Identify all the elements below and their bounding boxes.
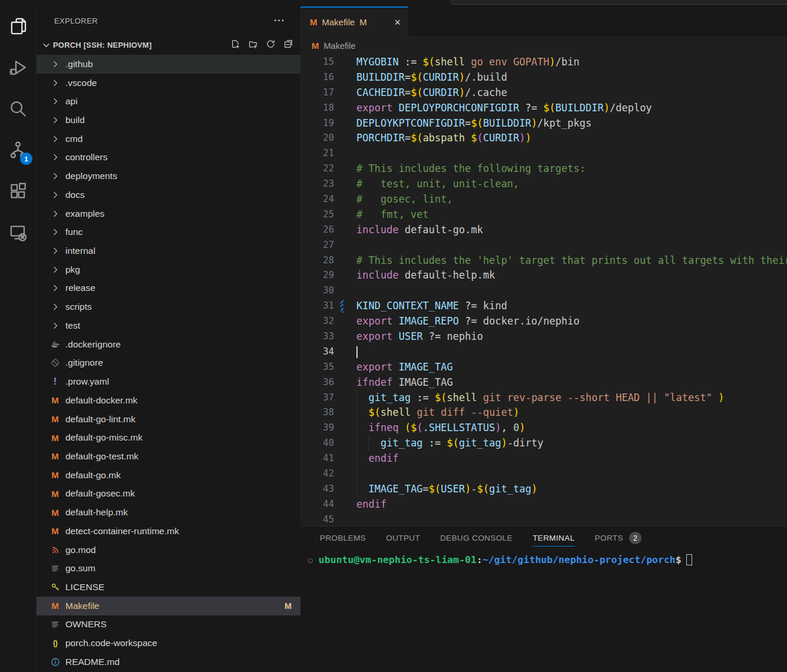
tree-item-README.md[interactable]: README.md bbox=[37, 653, 300, 671]
panel-tab-terminal[interactable]: TERMINAL bbox=[533, 531, 574, 547]
tree-item-.prow.yaml[interactable]: !.prow.yaml bbox=[37, 372, 300, 391]
panel-tab-debug-console[interactable]: DEBUG CONSOLE bbox=[440, 531, 512, 546]
code-line-21[interactable]: 21 bbox=[300, 146, 787, 161]
tree-item-release[interactable]: release bbox=[37, 279, 300, 298]
code-line-23[interactable]: 23# test, unit, unit-clean, bbox=[300, 177, 787, 192]
line-number[interactable]: 43 bbox=[300, 482, 334, 497]
tree-item-OWNERS[interactable]: OWNERS bbox=[37, 615, 300, 634]
tree-item-internal[interactable]: internal bbox=[37, 241, 300, 260]
tree-item-go.sum[interactable]: go.sum bbox=[37, 559, 300, 578]
tree-item-scripts[interactable]: scripts bbox=[37, 297, 300, 316]
tree-item-default-go.mk[interactable]: Mdefault-go.mk bbox=[37, 466, 300, 485]
code-line-31[interactable]: 31KIND_CONTEXT_NAME ?= kind bbox=[300, 299, 787, 314]
activity-item-source-control[interactable]: 1 bbox=[0, 130, 36, 171]
code-line-40[interactable]: 40 git_tag := $(git_tag)-dirty bbox=[300, 436, 787, 451]
tree-item-controllers[interactable]: controllers bbox=[37, 148, 300, 167]
tree-item-LICENSE[interactable]: LICENSE bbox=[37, 578, 300, 597]
code-line-44[interactable]: 44endif bbox=[300, 497, 787, 512]
code-line-22[interactable]: 22# This includes the following targets: bbox=[300, 161, 787, 177]
new-file-icon[interactable] bbox=[230, 39, 240, 51]
code-line-18[interactable]: 18export DEPLOYPORCHCONFIGDIR ?= $(BUILD… bbox=[300, 101, 787, 116]
line-number[interactable]: 39 bbox=[300, 421, 334, 436]
line-number[interactable]: 35 bbox=[300, 360, 334, 375]
tree-item-default-help.mk[interactable]: Mdefault-help.mk bbox=[37, 503, 300, 522]
code-line-33[interactable]: 33export USER ?= nephio bbox=[300, 329, 787, 345]
code-line-25[interactable]: 25# fmt, vet bbox=[300, 207, 787, 223]
tree-item-api[interactable]: api bbox=[37, 92, 300, 111]
more-actions-icon[interactable]: ··· bbox=[274, 15, 285, 26]
tree-item-test[interactable]: test bbox=[37, 316, 300, 335]
code-line-36[interactable]: 36ifndef IMAGE_TAG bbox=[300, 375, 787, 390]
tree-item-docs[interactable]: docs bbox=[37, 186, 300, 204]
line-number[interactable]: 20 bbox=[300, 131, 334, 146]
tree-item-go.mod[interactable]: go.mod bbox=[37, 541, 300, 560]
code-line-45[interactable]: 45 bbox=[300, 512, 787, 526]
line-number[interactable]: 26 bbox=[300, 223, 334, 238]
tree-item-deployments[interactable]: deployments bbox=[37, 167, 300, 186]
new-folder-icon[interactable] bbox=[248, 39, 258, 51]
line-number[interactable]: 30 bbox=[300, 283, 334, 299]
code-line-34[interactable]: 34 bbox=[300, 345, 787, 360]
code-line-20[interactable]: 20PORCHDIR=$(abspath $(CURDIR)) bbox=[300, 131, 787, 146]
code-line-38[interactable]: 38 $(shell git diff --quiet) bbox=[300, 405, 787, 421]
tree-item-Makefile[interactable]: MMakefileM bbox=[37, 597, 300, 615]
tree-item-.github[interactable]: .github bbox=[37, 55, 300, 74]
tree-item-default-go-lint.mk[interactable]: Mdefault-go-lint.mk bbox=[37, 410, 300, 429]
command-center[interactable] bbox=[451, 0, 787, 5]
code-line-37[interactable]: 37 git_tag := $(shell git rev-parse --sh… bbox=[300, 390, 787, 406]
tree-item-pkg[interactable]: pkg bbox=[37, 260, 300, 279]
line-number[interactable]: 28 bbox=[300, 253, 334, 269]
line-number[interactable]: 42 bbox=[300, 466, 334, 482]
line-number[interactable]: 40 bbox=[300, 436, 334, 451]
tree-item-cmd[interactable]: cmd bbox=[37, 130, 300, 148]
explorer-section-header[interactable]: PORCH [SSH: NEPHIOVM] bbox=[37, 35, 300, 55]
activity-item-explorer[interactable] bbox=[0, 6, 36, 48]
activity-item-remote-explorer[interactable] bbox=[0, 213, 36, 254]
line-number[interactable]: 25 bbox=[300, 207, 334, 223]
tree-item-.dockerignore[interactable]: .dockerignore bbox=[37, 335, 300, 354]
tree-item-default-gosec.mk[interactable]: Mdefault-gosec.mk bbox=[37, 485, 300, 504]
panel-tab-problems[interactable]: PROBLEMS bbox=[320, 531, 366, 546]
tree-item-build[interactable]: build bbox=[37, 111, 300, 130]
tree-item-.gitignore[interactable]: .gitignore bbox=[37, 354, 300, 373]
code-line-24[interactable]: 24# gosec, lint, bbox=[300, 192, 787, 207]
line-number[interactable]: 34 bbox=[300, 345, 334, 360]
line-number[interactable]: 23 bbox=[300, 177, 334, 192]
code-line-30[interactable]: 30 bbox=[300, 283, 787, 299]
code-line-27[interactable]: 27 bbox=[300, 238, 787, 253]
line-number[interactable]: 37 bbox=[300, 390, 334, 406]
gutter-modified-indicator[interactable] bbox=[340, 300, 343, 313]
code-line-32[interactable]: 32export IMAGE_REPO ?= docker.io/nephio bbox=[300, 314, 787, 329]
panel-tab-ports[interactable]: PORTS2 bbox=[595, 529, 641, 548]
line-number[interactable]: 19 bbox=[300, 116, 334, 131]
line-number[interactable]: 24 bbox=[300, 192, 334, 207]
terminal-prompt-line[interactable]: ○ ubuntu@vm-nephio-ts-liam-01:~/git/gith… bbox=[306, 554, 787, 565]
code-line-43[interactable]: 43 IMAGE_TAG=$(USER)-$(git_tag) bbox=[300, 482, 787, 497]
line-number[interactable]: 16 bbox=[300, 70, 334, 85]
line-number[interactable]: 27 bbox=[300, 238, 334, 253]
collapse-all-icon[interactable] bbox=[283, 39, 293, 51]
activity-item-run-and-debug[interactable] bbox=[0, 48, 36, 89]
line-number[interactable]: 41 bbox=[300, 451, 334, 466]
code-line-17[interactable]: 17CACHEDIR=$(CURDIR)/.cache bbox=[300, 85, 787, 101]
activity-item-search[interactable] bbox=[0, 89, 36, 130]
code-line-16[interactable]: 16BUILDDIR=$(CURDIR)/.build bbox=[300, 70, 787, 85]
code-editor[interactable]: 15MYGOBIN := $(shell go env GOPATH)/bin1… bbox=[300, 55, 787, 526]
line-number[interactable]: 45 bbox=[300, 512, 334, 526]
tree-item-default-docker.mk[interactable]: Mdefault-docker.mk bbox=[37, 391, 300, 410]
activity-item-extensions[interactable] bbox=[0, 171, 36, 213]
line-number[interactable]: 29 bbox=[300, 268, 334, 283]
code-line-15[interactable]: 15MYGOBIN := $(shell go env GOPATH)/bin bbox=[300, 55, 787, 70]
code-line-28[interactable]: 28# This includes the 'help' target that… bbox=[300, 253, 787, 269]
refresh-icon[interactable] bbox=[266, 39, 276, 51]
tree-item-detect-container-runtime.mk[interactable]: Mdetect-container-runtime.mk bbox=[37, 522, 300, 541]
code-line-41[interactable]: 41 endif bbox=[300, 451, 787, 466]
line-number[interactable]: 22 bbox=[300, 161, 334, 177]
tree-item-porch.code-workspace[interactable]: {}porch.code-workspace bbox=[37, 634, 300, 653]
line-number[interactable]: 32 bbox=[300, 314, 334, 329]
code-line-39[interactable]: 39 ifneq ($(.SHELLSTATUS), 0) bbox=[300, 421, 787, 436]
tree-item-examples[interactable]: examples bbox=[37, 204, 300, 223]
line-number[interactable]: 31 bbox=[300, 299, 334, 314]
line-number[interactable]: 33 bbox=[300, 329, 334, 345]
line-number[interactable]: 15 bbox=[300, 55, 334, 70]
